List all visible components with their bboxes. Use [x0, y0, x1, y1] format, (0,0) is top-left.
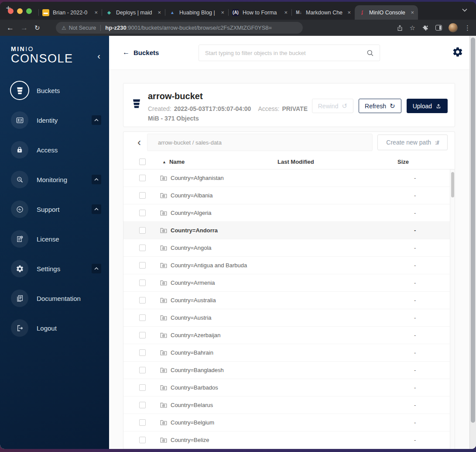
sidebar-item-identity[interactable]: Identity: [0, 105, 109, 135]
chevron-up-icon[interactable]: [92, 264, 101, 273]
share-icon[interactable]: [397, 24, 403, 31]
table-row[interactable]: Country=Albania -: [123, 187, 455, 204]
browser-tab[interactable]: ▬ Brian - 2022-0 ×: [38, 5, 102, 20]
tab-close-icon[interactable]: ×: [411, 9, 414, 16]
tab-close-icon[interactable]: ×: [158, 9, 161, 16]
tab-close-icon[interactable]: ×: [284, 9, 288, 16]
table-row[interactable]: Country=Antigua and Barbuda -: [123, 257, 455, 274]
settings-gear-icon[interactable]: [452, 46, 463, 58]
table-row[interactable]: Country=Algeria -: [123, 204, 455, 222]
upload-button[interactable]: Upload: [407, 99, 448, 113]
search-input[interactable]: [199, 45, 380, 61]
path-back-chevron-icon[interactable]: ‹: [131, 134, 147, 151]
table-row[interactable]: Country=Belarus -: [123, 397, 455, 414]
sort-asc-icon[interactable]: ▲: [162, 160, 166, 164]
row-checkbox[interactable]: [139, 227, 146, 234]
object-name[interactable]: Country=Angola: [171, 245, 212, 251]
column-last-modified[interactable]: Last Modified: [277, 159, 397, 165]
sidebar-collapse-icon[interactable]: ‹: [97, 52, 100, 60]
page-scrollbar-thumb[interactable]: [471, 38, 475, 423]
page-scrollbar[interactable]: [469, 36, 476, 449]
row-checkbox[interactable]: [139, 437, 146, 443]
sidebar-item-support[interactable]: Support: [0, 194, 109, 224]
object-name[interactable]: Country=Bangladesh: [171, 367, 224, 373]
object-name[interactable]: Country=Algeria: [171, 210, 212, 216]
object-name[interactable]: Country=Belgium: [171, 419, 214, 426]
row-checkbox[interactable]: [139, 402, 146, 408]
table-row[interactable]: Country=Afghanistan -: [123, 169, 455, 187]
reload-icon[interactable]: ↻: [34, 24, 40, 32]
object-name[interactable]: Country=Andorra: [171, 227, 218, 234]
table-row[interactable]: Country=Bahrain -: [123, 344, 455, 362]
back-to-buckets-link[interactable]: ← Buckets: [123, 48, 159, 56]
sidebar-item-buckets[interactable]: Buckets: [0, 76, 109, 105]
back-icon[interactable]: ←: [7, 24, 14, 32]
sidebar-item-license[interactable]: License: [0, 224, 109, 254]
table-row[interactable]: Country=Andorra -: [123, 222, 455, 239]
browser-tab[interactable]: ▲ Huabing Blog | ×: [165, 5, 228, 20]
row-checkbox[interactable]: [139, 262, 146, 269]
chevron-up-icon[interactable]: [92, 175, 101, 184]
row-checkbox[interactable]: [139, 210, 146, 216]
tab-close-icon[interactable]: ×: [221, 9, 224, 16]
refresh-button[interactable]: Refresh ↻: [359, 99, 401, 113]
sidebar-item-access[interactable]: Access: [0, 135, 109, 165]
row-checkbox[interactable]: [139, 314, 146, 321]
object-name[interactable]: Country=Belize: [171, 437, 209, 443]
object-name[interactable]: Country=Armenia: [171, 279, 215, 286]
row-checkbox[interactable]: [139, 384, 146, 391]
create-new-path-button[interactable]: Create new path ://: [377, 135, 448, 150]
object-name[interactable]: Country=Afghanistan: [171, 175, 224, 181]
table-row[interactable]: Country=Bangladesh -: [123, 362, 455, 379]
chevron-up-icon[interactable]: [92, 115, 101, 125]
menu-dots-icon[interactable]: ⋮: [464, 24, 471, 32]
row-checkbox[interactable]: [139, 297, 146, 304]
browser-tab[interactable]: ◆ Deploys | maid ×: [102, 5, 165, 20]
table-row[interactable]: Country=Angola -: [123, 239, 455, 257]
tab-close-icon[interactable]: ×: [347, 9, 351, 16]
row-checkbox[interactable]: [139, 279, 146, 286]
sidebar-item-documentation[interactable]: Documentation: [0, 283, 109, 313]
sidebar-item-logout[interactable]: Logout: [0, 313, 109, 343]
row-checkbox[interactable]: [139, 332, 146, 338]
profile-avatar[interactable]: [449, 23, 458, 32]
minimize-window-button[interactable]: [17, 8, 23, 14]
not-secure-label[interactable]: Not Secure: [69, 25, 96, 31]
table-row[interactable]: Country=Australia -: [123, 292, 455, 309]
table-row[interactable]: Country=Belize -: [123, 431, 455, 449]
table-scrollbar[interactable]: [450, 169, 455, 449]
tab-search-chevron-icon[interactable]: [462, 8, 467, 12]
object-name[interactable]: Country=Austria: [171, 314, 212, 321]
browser-tab[interactable]: M↓ Markdown Che ×: [291, 5, 355, 20]
object-name[interactable]: Country=Albania: [171, 192, 212, 199]
object-name[interactable]: Country=Antigua and Barbuda: [171, 262, 247, 269]
object-name[interactable]: Country=Barbados: [171, 384, 218, 391]
object-name[interactable]: Country=Bahrain: [171, 349, 213, 356]
browser-tab[interactable]: ʄ MinIO Console ×: [355, 5, 418, 20]
object-name[interactable]: Country=Belarus: [171, 402, 213, 408]
row-checkbox[interactable]: [139, 367, 146, 373]
table-row[interactable]: Country=Austria -: [123, 309, 455, 327]
side-panel-icon[interactable]: [435, 25, 442, 31]
object-name[interactable]: Country=Azerbaijan: [171, 332, 221, 338]
table-scrollbar-thumb[interactable]: [451, 172, 454, 197]
row-checkbox[interactable]: [139, 419, 146, 426]
sidebar-item-settings[interactable]: Settings: [0, 254, 109, 283]
chevron-up-icon[interactable]: [92, 204, 101, 214]
row-checkbox[interactable]: [139, 349, 146, 356]
row-checkbox[interactable]: [139, 192, 146, 199]
breadcrumb-path[interactable]: arrow-bucket / sales-data: [158, 139, 222, 146]
tab-close-icon[interactable]: ×: [94, 9, 98, 16]
table-row[interactable]: Country=Barbados -: [123, 379, 455, 397]
extensions-puzzle-icon[interactable]: [422, 24, 429, 31]
column-size[interactable]: Size: [397, 159, 450, 165]
bookmark-star-icon[interactable]: ☆: [410, 24, 415, 32]
zoom-window-button[interactable]: [26, 8, 32, 14]
object-name[interactable]: Country=Australia: [171, 297, 216, 304]
forward-icon[interactable]: →: [21, 24, 28, 32]
browser-tab[interactable]: (A) How to Forma ×: [228, 5, 291, 20]
row-checkbox[interactable]: [139, 245, 146, 251]
table-row[interactable]: Country=Armenia -: [123, 274, 455, 292]
close-window-button[interactable]: [8, 8, 14, 14]
select-all-checkbox[interactable]: [139, 159, 146, 165]
